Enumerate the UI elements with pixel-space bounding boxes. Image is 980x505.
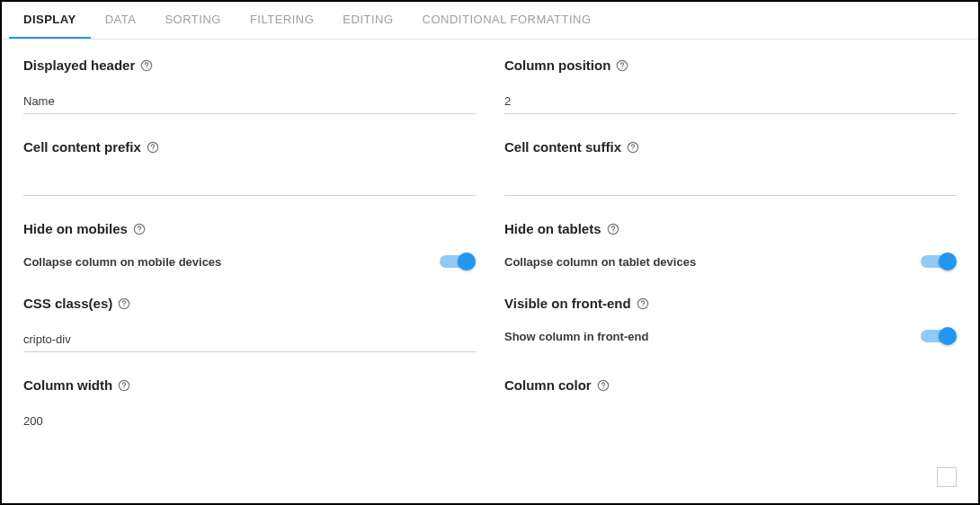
tabs-bar: DISPLAY DATA SORTING FILTERING EDITING C… — [2, 2, 978, 40]
display-tab-content: Displayed header Column position Cell co… — [2, 40, 978, 433]
visible-frontend-label: Visible on front-end — [504, 296, 631, 311]
column-position-label: Column position — [504, 58, 610, 73]
tab-display[interactable]: DISPLAY — [9, 2, 91, 39]
displayed-header-input[interactable] — [23, 89, 476, 114]
field-cell-suffix: Cell content suffix — [504, 139, 957, 196]
hide-mobiles-desc: Collapse column on mobile devices — [23, 255, 221, 269]
column-width-input[interactable] — [23, 409, 476, 433]
help-icon[interactable] — [118, 297, 130, 310]
svg-point-3 — [622, 67, 623, 68]
column-position-input[interactable] — [504, 89, 957, 114]
tab-conditional-formatting[interactable]: CONDITIONAL FORMATTING — [408, 2, 606, 39]
css-classes-label: CSS class(es) — [23, 296, 112, 311]
help-icon[interactable] — [597, 379, 610, 392]
help-icon[interactable] — [616, 59, 628, 72]
field-hide-mobiles: Hide on mobiles Collapse column on mobil… — [23, 221, 476, 270]
help-icon[interactable] — [133, 223, 146, 235]
column-color-swatch[interactable] — [937, 467, 957, 487]
cell-prefix-input[interactable] — [23, 171, 476, 196]
help-icon[interactable] — [607, 223, 619, 235]
svg-point-5 — [152, 149, 153, 150]
hide-tablets-desc: Collapse column on tablet devices — [504, 255, 696, 269]
help-icon[interactable] — [627, 141, 639, 154]
svg-point-1 — [147, 67, 147, 68]
svg-point-7 — [632, 149, 633, 150]
tab-data[interactable]: DATA — [91, 2, 151, 39]
column-settings-panel: DISPLAY DATA SORTING FILTERING EDITING C… — [0, 0, 980, 505]
field-displayed-header: Displayed header — [23, 58, 476, 114]
cell-suffix-input[interactable] — [504, 171, 957, 196]
visible-frontend-desc: Show column in front-end — [504, 330, 648, 343]
help-icon[interactable] — [147, 141, 159, 154]
field-column-color: Column color — [504, 377, 957, 433]
displayed-header-label: Displayed header — [23, 58, 135, 73]
column-width-label: Column width — [23, 377, 112, 393]
field-cell-prefix: Cell content prefix — [23, 139, 476, 196]
hide-tablets-toggle[interactable] — [921, 252, 957, 270]
hide-mobiles-label: Hide on mobiles — [23, 221, 128, 236]
field-column-width: Column width — [23, 377, 476, 433]
column-color-label: Column color — [504, 377, 592, 393]
cell-suffix-label: Cell content suffix — [504, 139, 621, 155]
tab-filtering[interactable]: FILTERING — [236, 2, 328, 39]
help-icon[interactable] — [118, 379, 130, 392]
help-icon[interactable] — [140, 59, 153, 72]
tab-editing[interactable]: EDITING — [328, 2, 407, 39]
svg-point-9 — [138, 231, 139, 232]
css-classes-input[interactable] — [23, 327, 476, 352]
hide-mobiles-toggle[interactable] — [440, 252, 476, 270]
svg-point-15 — [642, 306, 643, 306]
help-icon[interactable] — [637, 297, 649, 310]
field-css-classes: CSS class(es) — [23, 296, 476, 352]
field-visible-frontend: Visible on front-end Show column in fron… — [504, 296, 957, 352]
field-hide-tablets: Hide on tablets Collapse column on table… — [504, 221, 957, 270]
svg-point-13 — [124, 306, 125, 306]
tab-sorting[interactable]: SORTING — [150, 2, 236, 39]
cell-prefix-label: Cell content prefix — [23, 139, 141, 155]
visible-frontend-toggle[interactable] — [921, 327, 957, 345]
hide-tablets-label: Hide on tablets — [504, 221, 601, 236]
svg-point-19 — [602, 387, 603, 388]
svg-point-11 — [612, 231, 613, 232]
svg-point-17 — [124, 387, 125, 388]
field-column-position: Column position — [504, 58, 957, 114]
